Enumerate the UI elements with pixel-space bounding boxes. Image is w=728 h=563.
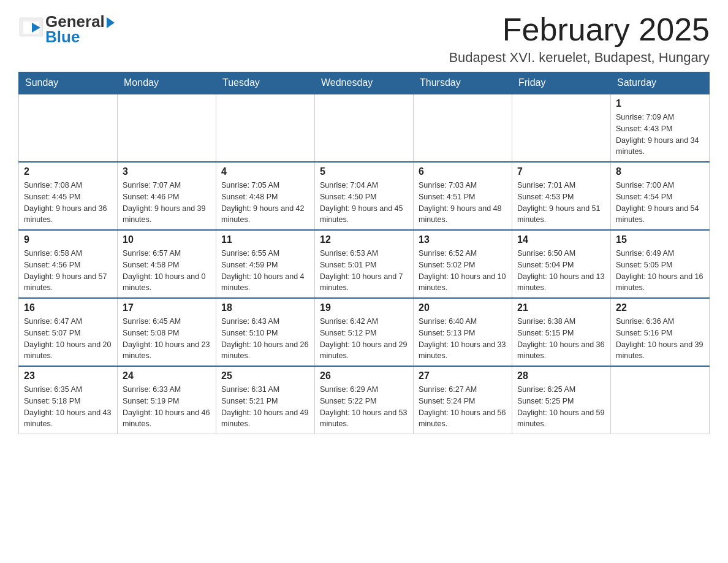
day-number: 3 bbox=[123, 166, 211, 177]
calendar-week-row: 23Sunrise: 6:35 AMSunset: 5:18 PMDayligh… bbox=[19, 366, 710, 434]
day-number: 28 bbox=[517, 370, 605, 381]
table-row: 15Sunrise: 6:49 AMSunset: 5:05 PMDayligh… bbox=[611, 230, 710, 298]
day-number: 16 bbox=[24, 302, 112, 313]
calendar-week-row: 1Sunrise: 7:09 AMSunset: 4:43 PMDaylight… bbox=[19, 94, 710, 162]
table-row bbox=[512, 94, 611, 162]
day-info: Sunrise: 7:09 AMSunset: 4:43 PMDaylight:… bbox=[616, 112, 704, 158]
day-info: Sunrise: 6:52 AMSunset: 5:02 PMDaylight:… bbox=[419, 248, 507, 294]
day-info: Sunrise: 6:38 AMSunset: 5:15 PMDaylight:… bbox=[517, 316, 605, 362]
day-number: 19 bbox=[320, 302, 408, 313]
day-info: Sunrise: 7:05 AMSunset: 4:48 PMDaylight:… bbox=[221, 180, 309, 226]
logo-arrow-icon bbox=[107, 17, 115, 28]
day-number: 1 bbox=[616, 98, 704, 109]
day-number: 2 bbox=[24, 166, 112, 177]
calendar-table: Sunday Monday Tuesday Wednesday Thursday… bbox=[18, 72, 710, 434]
logo: General Blue bbox=[18, 12, 115, 47]
calendar-week-row: 16Sunrise: 6:47 AMSunset: 5:07 PMDayligh… bbox=[19, 298, 710, 366]
table-row: 8Sunrise: 7:00 AMSunset: 4:54 PMDaylight… bbox=[611, 162, 710, 230]
header-friday: Friday bbox=[512, 72, 611, 94]
day-info: Sunrise: 6:29 AMSunset: 5:22 PMDaylight:… bbox=[320, 384, 408, 430]
day-info: Sunrise: 6:25 AMSunset: 5:25 PMDaylight:… bbox=[517, 384, 605, 430]
table-row: 3Sunrise: 7:07 AMSunset: 4:46 PMDaylight… bbox=[118, 162, 216, 230]
day-number: 8 bbox=[616, 166, 704, 177]
table-row: 25Sunrise: 6:31 AMSunset: 5:21 PMDayligh… bbox=[216, 366, 315, 434]
day-number: 7 bbox=[517, 166, 605, 177]
header-saturday: Saturday bbox=[611, 72, 710, 94]
day-info: Sunrise: 6:40 AMSunset: 5:13 PMDaylight:… bbox=[419, 316, 507, 362]
table-row: 24Sunrise: 6:33 AMSunset: 5:19 PMDayligh… bbox=[118, 366, 216, 434]
table-row: 4Sunrise: 7:05 AMSunset: 4:48 PMDaylight… bbox=[216, 162, 315, 230]
day-number: 13 bbox=[419, 234, 507, 245]
day-number: 11 bbox=[221, 234, 309, 245]
day-number: 27 bbox=[419, 370, 507, 381]
day-info: Sunrise: 6:50 AMSunset: 5:04 PMDaylight:… bbox=[517, 248, 605, 294]
title-block: February 2025 Budapest XVI. keruelet, Bu… bbox=[449, 12, 710, 66]
location-title: Budapest XVI. keruelet, Budapest, Hungar… bbox=[449, 50, 710, 66]
table-row: 20Sunrise: 6:40 AMSunset: 5:13 PMDayligh… bbox=[414, 298, 512, 366]
day-info: Sunrise: 6:36 AMSunset: 5:16 PMDaylight:… bbox=[616, 316, 704, 362]
table-row bbox=[118, 94, 216, 162]
table-row: 18Sunrise: 6:43 AMSunset: 5:10 PMDayligh… bbox=[216, 298, 315, 366]
page-header: General Blue February 2025 Budapest XVI.… bbox=[18, 12, 710, 66]
day-info: Sunrise: 6:45 AMSunset: 5:08 PMDaylight:… bbox=[123, 316, 211, 362]
day-info: Sunrise: 6:43 AMSunset: 5:10 PMDaylight:… bbox=[221, 316, 309, 362]
day-number: 26 bbox=[320, 370, 408, 381]
month-title: February 2025 bbox=[449, 12, 710, 47]
day-number: 4 bbox=[221, 166, 309, 177]
day-info: Sunrise: 6:42 AMSunset: 5:12 PMDaylight:… bbox=[320, 316, 408, 362]
header-wednesday: Wednesday bbox=[315, 72, 414, 94]
logo-blue-text: Blue bbox=[45, 28, 115, 47]
day-number: 9 bbox=[24, 234, 112, 245]
day-number: 20 bbox=[419, 302, 507, 313]
day-info: Sunrise: 7:07 AMSunset: 4:46 PMDaylight:… bbox=[123, 180, 211, 226]
day-info: Sunrise: 6:57 AMSunset: 4:58 PMDaylight:… bbox=[123, 248, 211, 294]
table-row bbox=[216, 94, 315, 162]
day-info: Sunrise: 6:58 AMSunset: 4:56 PMDaylight:… bbox=[24, 248, 112, 294]
calendar-week-row: 9Sunrise: 6:58 AMSunset: 4:56 PMDaylight… bbox=[19, 230, 710, 298]
table-row: 10Sunrise: 6:57 AMSunset: 4:58 PMDayligh… bbox=[118, 230, 216, 298]
day-number: 18 bbox=[221, 302, 309, 313]
table-row: 21Sunrise: 6:38 AMSunset: 5:15 PMDayligh… bbox=[512, 298, 611, 366]
table-row: 5Sunrise: 7:04 AMSunset: 4:50 PMDaylight… bbox=[315, 162, 414, 230]
day-number: 5 bbox=[320, 166, 408, 177]
day-info: Sunrise: 7:03 AMSunset: 4:51 PMDaylight:… bbox=[419, 180, 507, 226]
table-row: 7Sunrise: 7:01 AMSunset: 4:53 PMDaylight… bbox=[512, 162, 611, 230]
calendar-header-row: Sunday Monday Tuesday Wednesday Thursday… bbox=[19, 72, 710, 94]
table-row bbox=[19, 94, 118, 162]
day-number: 21 bbox=[517, 302, 605, 313]
table-row: 2Sunrise: 7:08 AMSunset: 4:45 PMDaylight… bbox=[19, 162, 118, 230]
table-row: 22Sunrise: 6:36 AMSunset: 5:16 PMDayligh… bbox=[611, 298, 710, 366]
day-info: Sunrise: 7:08 AMSunset: 4:45 PMDaylight:… bbox=[24, 180, 112, 226]
day-number: 17 bbox=[123, 302, 211, 313]
day-info: Sunrise: 6:47 AMSunset: 5:07 PMDaylight:… bbox=[24, 316, 112, 362]
table-row: 12Sunrise: 6:53 AMSunset: 5:01 PMDayligh… bbox=[315, 230, 414, 298]
header-thursday: Thursday bbox=[414, 72, 512, 94]
calendar-week-row: 2Sunrise: 7:08 AMSunset: 4:45 PMDaylight… bbox=[19, 162, 710, 230]
header-monday: Monday bbox=[118, 72, 216, 94]
day-info: Sunrise: 6:53 AMSunset: 5:01 PMDaylight:… bbox=[320, 248, 408, 294]
day-info: Sunrise: 6:31 AMSunset: 5:21 PMDaylight:… bbox=[221, 384, 309, 430]
day-number: 22 bbox=[616, 302, 704, 313]
day-number: 12 bbox=[320, 234, 408, 245]
day-info: Sunrise: 6:49 AMSunset: 5:05 PMDaylight:… bbox=[616, 248, 704, 294]
table-row bbox=[315, 94, 414, 162]
table-row: 16Sunrise: 6:47 AMSunset: 5:07 PMDayligh… bbox=[19, 298, 118, 366]
day-number: 23 bbox=[24, 370, 112, 381]
table-row: 1Sunrise: 7:09 AMSunset: 4:43 PMDaylight… bbox=[611, 94, 710, 162]
table-row: 14Sunrise: 6:50 AMSunset: 5:04 PMDayligh… bbox=[512, 230, 611, 298]
day-info: Sunrise: 6:27 AMSunset: 5:24 PMDaylight:… bbox=[419, 384, 507, 430]
header-tuesday: Tuesday bbox=[216, 72, 315, 94]
table-row: 17Sunrise: 6:45 AMSunset: 5:08 PMDayligh… bbox=[118, 298, 216, 366]
day-number: 25 bbox=[221, 370, 309, 381]
table-row: 6Sunrise: 7:03 AMSunset: 4:51 PMDaylight… bbox=[414, 162, 512, 230]
day-number: 14 bbox=[517, 234, 605, 245]
table-row: 27Sunrise: 6:27 AMSunset: 5:24 PMDayligh… bbox=[414, 366, 512, 434]
table-row: 9Sunrise: 6:58 AMSunset: 4:56 PMDaylight… bbox=[19, 230, 118, 298]
table-row bbox=[611, 366, 710, 434]
header-sunday: Sunday bbox=[19, 72, 118, 94]
day-info: Sunrise: 6:33 AMSunset: 5:19 PMDaylight:… bbox=[123, 384, 211, 430]
table-row: 19Sunrise: 6:42 AMSunset: 5:12 PMDayligh… bbox=[315, 298, 414, 366]
day-info: Sunrise: 6:55 AMSunset: 4:59 PMDaylight:… bbox=[221, 248, 309, 294]
day-number: 10 bbox=[123, 234, 211, 245]
day-info: Sunrise: 6:35 AMSunset: 5:18 PMDaylight:… bbox=[24, 384, 112, 430]
